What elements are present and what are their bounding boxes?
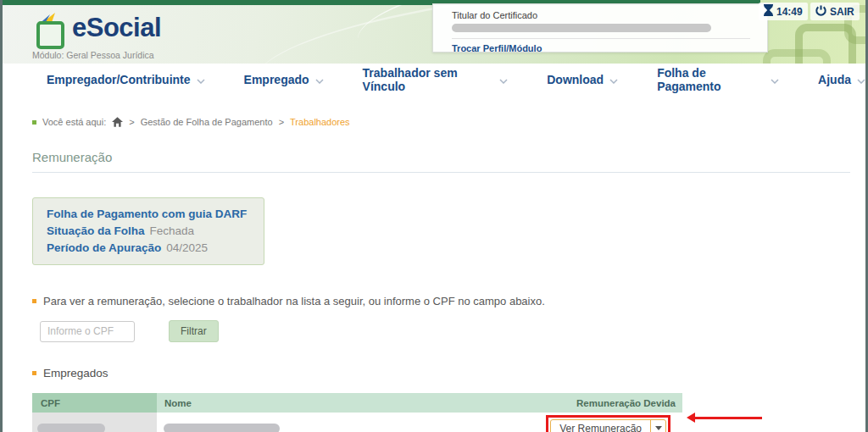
payroll-status-label: Situação da Folha [47,224,145,237]
esocial-logo[interactable]: eSocial [32,11,161,53]
payroll-info-title: Folha de Pagamento com guia DARF [47,206,250,223]
module-label: Módulo: Geral Pessoa Jurídica [32,50,154,60]
page-title: Remuneração [32,150,850,173]
ver-remuneracao-dropdown-toggle[interactable] [651,420,665,432]
esocial-logo-text: eSocial [72,11,161,45]
breadcrumb-item-trabalhadores[interactable]: Trabalhadores [290,117,350,127]
certificate-title: Titular do Certificado [452,10,748,20]
breadcrumb-separator: > [279,117,284,127]
hourglass-icon [764,4,773,19]
caret-down-icon [655,426,662,430]
annotation-arrow-shaft [693,417,762,419]
power-icon [815,5,826,19]
employees-table-header: CPF Nome Remuneração Devida [32,393,682,413]
filter-controls: Filtrar [32,320,850,342]
breadcrumb: Você está aqui: > Gestão de Folha de Pag… [32,117,850,127]
nav-item-ajuda[interactable]: Ajuda [818,72,865,87]
instruction-text: Para ver a remuneração, selecione o trab… [43,295,545,307]
cpf-input[interactable] [40,321,135,342]
annotation-highlight-box: Ver Remuneração [546,415,670,432]
payroll-status-value: Fechada [150,224,195,237]
nome-redacted-value [164,424,280,432]
cell-nome [157,413,534,432]
breadcrumb-item-gestao-folha[interactable]: Gestão de Folha de Pagamento [141,117,273,127]
nav-item-empregador-contribuinte[interactable]: Empregador/Contribuinte [47,72,205,87]
filter-button[interactable]: Filtrar [169,320,219,342]
nav-item-download[interactable]: Download [547,72,618,87]
certificate-divider [452,38,750,39]
instruction-row: Para ver a remuneração, selecione o trab… [32,295,850,307]
employees-section-title: Empregados [43,367,108,379]
chevron-down-icon [609,72,618,87]
instruction-bullet [32,299,36,303]
breadcrumb-separator: > [129,117,134,127]
chevron-down-icon [499,72,508,87]
window-left-edge [0,0,3,432]
session-timer: 14:49 [759,3,808,20]
column-header-cpf: CPF [32,393,157,413]
payroll-info-box: Folha de Pagamento com guia DARF Situaçã… [32,197,264,265]
home-icon[interactable] [112,117,123,127]
chevron-down-icon [771,72,779,87]
ver-remuneracao-split-button[interactable]: Ver Remuneração [550,419,666,432]
session-time: 14:49 [776,6,803,18]
nav-item-trabalhador-sem-vinculo[interactable]: Trabalhador sem Vínculo [363,66,509,93]
payroll-info-row: Período de Apuração04/2025 [47,240,250,257]
main-nav: Empregador/Contribuinte Empregado Trabal… [3,64,865,95]
certificate-card: Titular do Certificado Trocar Perfil/Mód… [432,3,768,53]
annotation-arrow-head [687,413,695,423]
table-row: Ver Remuneração [32,413,682,432]
chevron-down-icon [197,72,205,87]
logout-button[interactable]: SAIR [810,3,860,20]
esocial-page: eSocial Módulo: Geral Pessoa Jurídica Ti… [0,0,868,432]
cpf-redacted-value [37,424,105,432]
breadcrumb-prefix: Você está aqui: [42,117,106,127]
content-area: Você está aqui: > Gestão de Folha de Pag… [3,95,865,432]
employees-bullet [32,371,36,375]
payroll-period-label: Período de Apuração [47,241,161,254]
esocial-logo-icon [32,11,66,53]
breadcrumb-bullet [32,120,36,125]
employees-section-header: Empregados [32,367,850,379]
certificate-holder-redacted [452,24,711,32]
change-profile-link[interactable]: Trocar Perfil/Módulo [452,43,748,53]
payroll-period-value: 04/2025 [166,241,208,254]
cell-cpf [32,413,157,432]
employees-table: CPF Nome Remuneração Devida Ver Remunera… [32,393,682,432]
logout-label: SAIR [830,6,854,18]
payroll-info-row: Situação da FolhaFechada [47,223,250,240]
chevron-down-icon [857,72,865,87]
nav-item-folha-de-pagamento[interactable]: Folha de Pagamento [657,66,779,93]
cell-remuneracao-devida: Ver Remuneração [534,413,682,432]
nav-item-empregado[interactable]: Empregado [244,72,324,87]
chevron-down-icon [315,72,324,87]
column-header-remuneracao-devida: Remuneração Devida [547,393,682,413]
column-header-nome: Nome [157,393,547,413]
annotation-arrow [687,413,762,423]
ver-remuneracao-button[interactable]: Ver Remuneração [551,420,650,432]
